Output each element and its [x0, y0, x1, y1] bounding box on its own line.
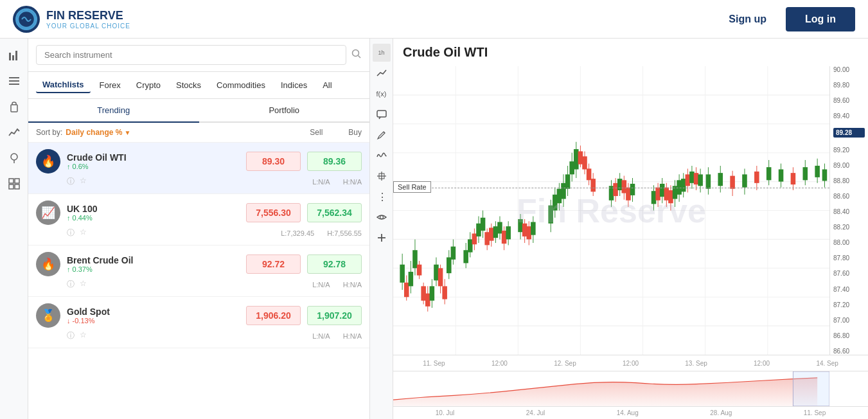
star-icon[interactable]: ☆ [80, 279, 87, 290]
instrument-high: H:N/A [343, 178, 362, 186]
sidebar-icon-portfolio[interactable] [4, 96, 24, 117]
cat-tab-stocks[interactable]: Stocks [170, 77, 208, 93]
cat-tab-crypto[interactable]: Crypto [130, 77, 167, 93]
price-level: 88.00 [833, 239, 865, 246]
price-level: 89.20 [833, 147, 865, 154]
header-actions: Sign up Log in [719, 7, 855, 31]
svg-line-18 [384, 132, 385, 133]
mini-time-axis: 10. Jul24. Jul14. Aug28. Aug11. Sep [393, 406, 868, 419]
svg-rect-51 [421, 286, 426, 300]
instrument-change: ↑ 0.6% [67, 163, 240, 170]
info-icon[interactable]: ⓘ [67, 279, 75, 290]
svg-rect-111 [578, 151, 583, 164]
svg-rect-93 [526, 226, 531, 239]
chart-tool-wave[interactable] [373, 147, 391, 165]
instrument-sell-price[interactable]: 1,906.20 [246, 306, 301, 325]
instrument-buy-price[interactable]: 1,907.20 [307, 306, 362, 325]
sort-bar: Sort by: Daily change % ▼ Sell Buy [28, 123, 369, 143]
sidebar-icon-pin[interactable] [4, 148, 24, 168]
sort-value[interactable]: Daily change % ▼ [66, 128, 130, 137]
instrument-buy-price[interactable]: 7,562.34 [307, 203, 362, 222]
time-label: 14. Sep [816, 360, 838, 367]
svg-rect-2 [9, 53, 11, 60]
star-icon[interactable]: ☆ [80, 330, 87, 341]
signup-button[interactable]: Sign up [719, 8, 776, 30]
svg-rect-147 [686, 174, 691, 186]
instrument-panel: WatchlistsForexCryptoStocksCommoditiesIn… [28, 39, 370, 419]
svg-rect-17 [377, 111, 386, 117]
info-icon[interactable]: ⓘ [67, 330, 75, 341]
instrument-high: H:N/A [343, 281, 362, 289]
chart-tool-formula[interactable]: f(x) [373, 85, 391, 103]
main-layout: WatchlistsForexCryptoStocksCommoditiesIn… [0, 39, 868, 419]
star-icon[interactable]: ☆ [80, 227, 87, 238]
time-label: 11. Sep [423, 360, 445, 367]
svg-point-0 [13, 6, 39, 32]
instrument-low: L:N/A [312, 332, 330, 340]
search-icon[interactable] [351, 49, 362, 62]
instrument-item[interactable]: 🔥 Crude Oil WTI ↑ 0.6% 89.30 89.36 ⓘ ☆ L… [28, 143, 369, 194]
sub-tab-portfolio[interactable]: Portfolio [199, 99, 370, 121]
sidebar-icon-list[interactable] [4, 71, 24, 91]
svg-rect-169 [791, 173, 796, 184]
svg-rect-14 [15, 184, 19, 189]
svg-point-9 [11, 154, 17, 160]
svg-rect-165 [766, 167, 772, 180]
svg-rect-5 [9, 77, 19, 78]
svg-rect-83 [497, 222, 502, 233]
instrument-item[interactable]: 📈 UK 100 ↑ 0.44% 7,556.30 7,562.34 ⓘ ☆ L… [28, 194, 369, 245]
svg-rect-95 [531, 222, 536, 235]
svg-rect-176 [793, 371, 829, 406]
instrument-sell-price[interactable]: 92.72 [246, 254, 301, 274]
svg-rect-139 [668, 190, 673, 203]
chart-tool-pencil[interactable] [373, 126, 391, 144]
star-icon[interactable]: ☆ [80, 176, 87, 187]
instrument-buy-price[interactable]: 89.36 [307, 152, 362, 171]
sub-tab-trending[interactable]: Trending [28, 99, 199, 123]
chart-tool-line[interactable] [373, 64, 391, 82]
time-label: 12:00 [623, 360, 639, 367]
header: FIN RESERVE YOUR GLOBAL CHOICE Sign up L… [0, 0, 868, 39]
instrument-sell-price[interactable]: 7,556.30 [246, 203, 301, 222]
svg-rect-153 [698, 174, 703, 186]
instrument-low: L:7,329.45 [281, 229, 314, 237]
search-input[interactable] [36, 45, 346, 65]
cat-tab-all[interactable]: All [316, 77, 338, 93]
cat-tab-indices[interactable]: Indices [274, 77, 314, 93]
svg-rect-63 [447, 257, 452, 273]
chart-tool-more[interactable]: ⋮ [373, 188, 391, 206]
info-icon[interactable]: ⓘ [67, 227, 75, 238]
sort-label: Sort by: [36, 128, 62, 137]
time-label: 12:00 [492, 360, 508, 367]
cat-tab-commodities[interactable]: Commodities [210, 77, 272, 93]
login-button[interactable]: Log in [786, 7, 855, 31]
chart-tool-comment[interactable] [373, 105, 391, 123]
instrument-sell-price[interactable]: 89.30 [246, 152, 301, 171]
svg-rect-155 [706, 174, 711, 188]
info-icon[interactable]: ⓘ [67, 176, 75, 187]
sidebar-icon-trending[interactable] [4, 122, 24, 143]
svg-rect-41 [400, 265, 405, 283]
sidebar-icon-grid[interactable] [4, 174, 24, 194]
instrument-high: H:7,556.55 [327, 229, 362, 237]
logo-icon [13, 6, 40, 33]
price-level: 87.60 [833, 270, 865, 277]
sidebar-icon-chart[interactable] [4, 45, 24, 66]
svg-rect-65 [451, 247, 456, 260]
cat-tab-watchlists[interactable]: Watchlists [36, 77, 91, 93]
svg-rect-75 [481, 218, 486, 231]
svg-rect-145 [681, 179, 686, 192]
instrument-item[interactable]: 🔥 Brent Crude Oil ↑ 0.37% 92.72 92.78 ⓘ … [28, 245, 369, 297]
price-level: 87.20 [833, 301, 865, 308]
chart-timeframe[interactable]: 1h [373, 44, 391, 62]
instrument-buy-price[interactable]: 92.78 [307, 254, 362, 274]
svg-point-1 [18, 11, 35, 28]
search-bar [28, 39, 369, 72]
chart-tool-plus[interactable] [373, 229, 391, 247]
svg-rect-121 [613, 183, 618, 196]
svg-rect-71 [472, 233, 477, 244]
chart-tool-eye[interactable] [373, 208, 391, 226]
chart-tool-crosshair[interactable] [373, 167, 391, 185]
instrument-item[interactable]: 🏅 Gold Spot ↓ -0.13% 1,906.20 1,907.20 ⓘ… [28, 297, 369, 348]
cat-tab-forex[interactable]: Forex [93, 77, 127, 93]
